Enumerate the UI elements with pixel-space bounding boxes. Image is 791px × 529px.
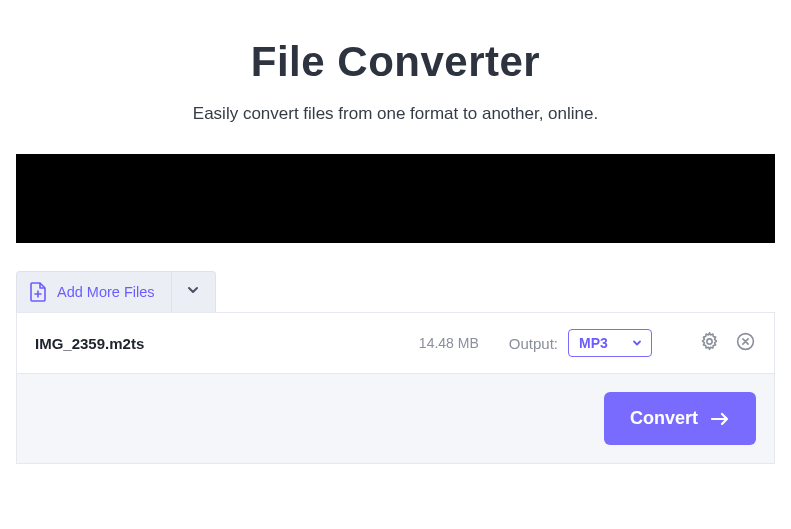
chevron-down-icon — [186, 283, 200, 301]
footer-bar: Convert — [16, 374, 775, 464]
output-format-value: MP3 — [579, 335, 608, 351]
file-size: 14.48 MB — [419, 335, 479, 351]
output-format-select[interactable]: MP3 — [568, 329, 652, 357]
page-title: File Converter — [16, 38, 775, 86]
row-actions — [698, 332, 756, 354]
file-row: IMG_2359.m2ts 14.48 MB Output: MP3 — [16, 312, 775, 374]
convert-button-label: Convert — [630, 408, 698, 429]
ad-banner — [16, 154, 775, 243]
chevron-down-icon — [631, 337, 643, 349]
add-more-dropdown-button[interactable] — [171, 272, 215, 312]
remove-file-button[interactable] — [734, 332, 756, 354]
file-add-icon — [29, 282, 47, 302]
settings-button[interactable] — [698, 332, 720, 354]
svg-point-0 — [706, 338, 711, 343]
convert-button[interactable]: Convert — [604, 392, 756, 445]
converter-panel: Add More Files IMG_2359.m2ts 14.48 MB Ou… — [16, 271, 775, 464]
gear-icon — [699, 331, 720, 356]
page-subtitle: Easily convert files from one format to … — [16, 104, 775, 124]
toolbar: Add More Files — [16, 271, 216, 312]
close-circle-icon — [735, 331, 756, 356]
arrow-right-icon — [710, 411, 730, 427]
add-more-files-button[interactable]: Add More Files — [17, 272, 171, 312]
file-name: IMG_2359.m2ts — [35, 335, 144, 352]
add-more-files-label: Add More Files — [57, 284, 155, 300]
output-label: Output: — [509, 335, 558, 352]
